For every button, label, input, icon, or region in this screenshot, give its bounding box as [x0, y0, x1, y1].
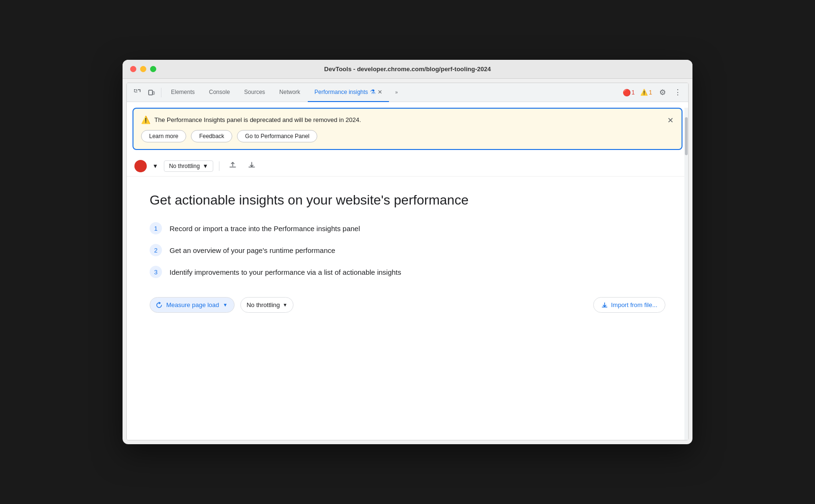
banner-text: The Performance Insights panel is deprec…	[154, 116, 361, 123]
throttling-chevron-icon: ▼	[203, 163, 208, 169]
deprecation-banner: ⚠️ The Performance Insights panel is dep…	[133, 108, 682, 150]
record-dropdown-button[interactable]: ▼	[151, 162, 160, 170]
step-item-1: 1 Record or import a trace into the Perf…	[150, 222, 665, 234]
tab-sources[interactable]: Sources	[237, 83, 272, 102]
throttle-bottom-dropdown[interactable]: No throttling ▼	[240, 297, 294, 313]
scrollbar-thumb[interactable]	[685, 117, 688, 155]
measure-btn-label: Measure page load	[166, 301, 219, 308]
bottom-controls: Measure page load ▼ No throttling ▼	[150, 297, 665, 313]
device-toggle-icon[interactable]	[145, 86, 158, 99]
close-panel-icon[interactable]: ✕	[378, 89, 382, 95]
refresh-icon	[156, 302, 162, 308]
more-tabs-icon[interactable]: »	[390, 86, 403, 99]
throttling-dropdown[interactable]: No throttling ▼	[164, 160, 214, 172]
tab-network[interactable]: Network	[273, 83, 307, 102]
error-icon: 🔴	[623, 89, 631, 96]
learn-more-button[interactable]: Learn more	[141, 130, 186, 142]
step-text-2: Get an overview of your page's runtime p…	[170, 246, 335, 254]
import-from-file-button[interactable]: Import from file...	[593, 297, 665, 313]
step-item-3: 3 Identify improvements to your performa…	[150, 266, 665, 278]
step-number-1: 1	[150, 222, 162, 234]
import-icon	[601, 302, 608, 308]
close-banner-button[interactable]: ✕	[664, 114, 676, 126]
warning-count-button[interactable]: ⚠️ 1	[638, 88, 654, 97]
settings-icon[interactable]: ⚙	[656, 86, 669, 99]
record-button[interactable]	[134, 160, 147, 172]
step-text-3: Identify improvements to your performanc…	[170, 268, 401, 276]
close-button[interactable]	[130, 66, 136, 72]
steps-list: 1 Record or import a trace into the Perf…	[150, 222, 665, 278]
measure-page-load-button[interactable]: Measure page load ▼	[150, 297, 235, 313]
maximize-button[interactable]	[150, 66, 156, 72]
step-number-3: 3	[150, 266, 162, 278]
throttle-bottom-label: No throttling	[246, 301, 280, 308]
main-title: Get actionable insights on your website'…	[150, 192, 665, 209]
svg-rect-2	[153, 92, 154, 94]
controls-bar: ▼ No throttling ▼	[127, 156, 688, 177]
panel-wrapper: ⚠️ The Performance Insights panel is dep…	[127, 108, 688, 440]
measure-dropdown-icon: ▼	[223, 302, 227, 308]
warning-count: 1	[649, 89, 652, 96]
error-count: 1	[632, 89, 635, 96]
main-content: Get actionable insights on your website'…	[127, 177, 688, 328]
throttling-label: No throttling	[169, 163, 200, 169]
minimize-button[interactable]	[140, 66, 146, 72]
step-number-2: 2	[150, 244, 162, 256]
import-btn-label: Import from file...	[611, 301, 657, 308]
upload-button[interactable]	[225, 159, 240, 172]
more-options-icon[interactable]: ⋮	[671, 86, 684, 99]
error-count-button[interactable]: 🔴 1	[621, 88, 637, 97]
tab-performance-insights[interactable]: Performance insights ⚗ ✕	[308, 83, 389, 102]
devtools-window: DevTools - developer.chrome.com/blog/per…	[123, 60, 692, 444]
controls-divider	[219, 161, 219, 171]
tab-elements[interactable]: Elements	[164, 83, 201, 102]
window-title: DevTools - developer.chrome.com/blog/per…	[324, 65, 491, 73]
toolbar-right: 🔴 1 ⚠️ 1 ⚙ ⋮	[621, 86, 684, 99]
devtools-container: Elements Console Sources Network Perform…	[126, 83, 689, 440]
go-to-performance-panel-button[interactable]: Go to Performance Panel	[237, 130, 317, 142]
toolbar-divider	[161, 88, 161, 97]
step-item-2: 2 Get an overview of your page's runtime…	[150, 244, 665, 256]
titlebar: DevTools - developer.chrome.com/blog/per…	[123, 60, 692, 79]
download-button[interactable]	[244, 159, 259, 172]
svg-rect-0	[134, 90, 137, 92]
performance-insights-icon: ⚗	[370, 88, 376, 95]
banner-buttons: Learn more Feedback Go to Performance Pa…	[141, 130, 674, 142]
feedback-button[interactable]: Feedback	[191, 130, 232, 142]
throttle-bottom-chevron-icon: ▼	[283, 302, 287, 308]
window-controls	[130, 66, 156, 72]
step-text-1: Record or import a trace into the Perfor…	[170, 224, 360, 233]
panel-content: ⚠️ The Performance Insights panel is dep…	[127, 108, 688, 440]
devtools-toolbar: Elements Console Sources Network Perform…	[127, 83, 688, 102]
scrollbar[interactable]	[684, 108, 688, 440]
banner-warning-icon: ⚠️	[141, 115, 151, 124]
select-element-icon[interactable]	[131, 86, 144, 99]
warning-icon: ⚠️	[640, 89, 648, 96]
svg-rect-1	[149, 90, 152, 95]
tab-console[interactable]: Console	[202, 83, 237, 102]
banner-message-row: ⚠️ The Performance Insights panel is dep…	[141, 115, 674, 124]
